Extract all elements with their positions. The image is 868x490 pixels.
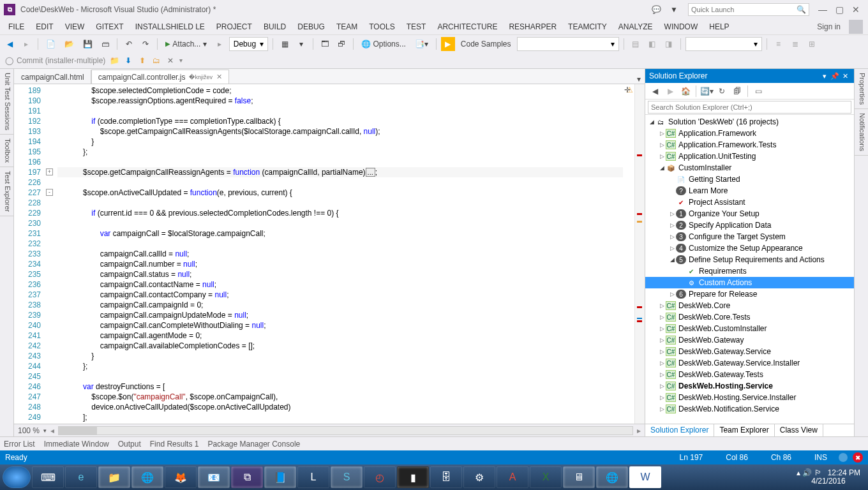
solution-search[interactable] bbox=[645, 100, 854, 115]
rail-test-explorer[interactable]: Test Explorer bbox=[0, 167, 13, 216]
tb-icon-5[interactable]: 📑▾ bbox=[412, 37, 431, 51]
arrow-down-icon[interactable]: ⬇ bbox=[123, 56, 133, 66]
menu-resharper[interactable]: RESHARPER bbox=[503, 20, 562, 33]
quick-launch-box[interactable]: 🔍 bbox=[688, 3, 809, 16]
tb-icon-10[interactable]: ≣ bbox=[788, 37, 802, 51]
close-button[interactable]: ✕ bbox=[848, 4, 864, 15]
ptab-solution[interactable]: Solution Explorer bbox=[645, 424, 714, 436]
btab-error-list[interactable]: Error List bbox=[4, 440, 35, 449]
stash-icon[interactable]: 🗂 bbox=[151, 56, 161, 66]
taskbar-firefox[interactable]: 🦊 bbox=[165, 466, 197, 488]
tree-item[interactable]: ▷C#Application.Framework.Tests bbox=[645, 139, 854, 151]
resharper-error-icon[interactable]: ✖ bbox=[853, 452, 863, 463]
tab-campaigncall-controller[interactable]: campaignCall.controller.js �književ ✕ bbox=[91, 70, 229, 84]
tb-icon-4[interactable]: 🗗 bbox=[334, 37, 348, 51]
code-editor[interactable]: 1891901911921931941951961972262272282292… bbox=[14, 84, 645, 424]
taskbar-cmd[interactable]: ▮ bbox=[397, 466, 429, 488]
menu-tools[interactable]: TOOLS bbox=[363, 20, 400, 33]
tools-icon[interactable]: ✕ bbox=[165, 56, 176, 66]
taskbar-lync[interactable]: L bbox=[297, 466, 329, 488]
solution-root[interactable]: ◢ 🗂 Solution 'DeskWeb' (16 projects) bbox=[645, 116, 854, 128]
start-orb[interactable] bbox=[3, 466, 31, 488]
menu-installshield-le[interactable]: INSTALLSHIELD LE bbox=[130, 20, 211, 33]
tab-campaigncall-html[interactable]: campaignCall.html bbox=[14, 70, 91, 84]
tb-icon-2[interactable]: ▾ bbox=[294, 37, 308, 51]
tree-item[interactable]: ⚙Custom Actions bbox=[645, 277, 854, 288]
tree-item[interactable]: ◢📦CustomInstaller bbox=[645, 162, 854, 174]
tree-item[interactable]: 📄Getting Started bbox=[645, 174, 854, 185]
tb-icon-6[interactable]: ▤ bbox=[629, 37, 643, 51]
rail-unit-test[interactable]: Unit Test Sessions bbox=[0, 69, 13, 135]
taskbar-outlook[interactable]: 📧 bbox=[198, 466, 230, 488]
taskbar-app-5[interactable]: ⚙ bbox=[463, 466, 495, 488]
tree-item[interactable]: ▷C#Application.UnitTesting bbox=[645, 151, 854, 162]
tree-item[interactable]: ✔Project Assistant bbox=[645, 197, 854, 208]
menu-debug[interactable]: DEBUG bbox=[292, 20, 331, 33]
config-dropdown[interactable]: Debug▾ bbox=[229, 37, 268, 51]
tree-item[interactable]: ◢5Define Setup Requirements and Actions bbox=[645, 254, 854, 265]
menu-architecture[interactable]: ARCHITECTURE bbox=[431, 20, 503, 33]
taskbar-app-2[interactable]: 📘 bbox=[264, 466, 296, 488]
search-icon[interactable]: 🔍 bbox=[797, 5, 806, 14]
tree-item[interactable]: ▷C#DeskWeb.Notification.Service bbox=[645, 403, 854, 415]
menu-gitext[interactable]: GITEXT bbox=[90, 20, 129, 33]
tb-icon-9[interactable]: ≡ bbox=[772, 37, 786, 51]
tree-item[interactable]: ▷C#DeskWeb.Hosting.Service bbox=[645, 380, 854, 392]
start-button[interactable]: ▶ Attach... ▾ bbox=[162, 37, 210, 51]
menu-help[interactable]: HELP bbox=[703, 20, 735, 33]
tb-icon-11[interactable]: ⊞ bbox=[805, 37, 819, 51]
taskbar-chrome-2[interactable]: 🌐 bbox=[596, 466, 628, 488]
tb-icon-1[interactable]: ▦ bbox=[278, 37, 292, 51]
tree-item[interactable]: ▷3Configure the Target System bbox=[645, 231, 854, 242]
collapse-icon[interactable]: 🗐 bbox=[730, 84, 744, 98]
tree-item[interactable]: ▷C#DeskWeb.Gateway.Service bbox=[645, 346, 854, 357]
tb-icon-7[interactable]: ◧ bbox=[645, 37, 659, 51]
feedback-icon[interactable]: 💬 bbox=[650, 3, 662, 16]
home-icon[interactable]: 🏠 bbox=[678, 84, 692, 98]
bing-icon[interactable]: ▶ bbox=[441, 37, 455, 51]
taskbar-clock[interactable]: ▴ 🔊 🏳 12:24 PM4/21/2016 bbox=[791, 469, 865, 486]
fwd-icon[interactable]: ▶ bbox=[663, 84, 677, 98]
new-project-button[interactable]: 📄 bbox=[43, 37, 59, 51]
pin-icon[interactable]: �književ bbox=[189, 74, 213, 80]
tree-item[interactable]: ✔Requirements bbox=[645, 265, 854, 277]
sync-icon[interactable]: 🔄▾ bbox=[700, 84, 714, 98]
menu-analyze[interactable]: ANALYZE bbox=[613, 20, 659, 33]
menu-teamcity[interactable]: TEAMCITY bbox=[562, 20, 613, 33]
zoom-level[interactable]: 100 % bbox=[18, 426, 40, 435]
menu-project[interactable]: PROJECT bbox=[211, 20, 258, 33]
split-icon[interactable]: ✛ bbox=[624, 85, 631, 94]
btab-find[interactable]: Find Results 1 bbox=[150, 440, 199, 449]
tree-item[interactable]: ▷C#DeskWeb.Gateway bbox=[645, 334, 854, 346]
btab-output[interactable]: Output bbox=[118, 440, 141, 449]
menu-edit[interactable]: EDIT bbox=[30, 20, 59, 33]
tree-item[interactable]: ▷C#DeskWeb.Hosting.Service.Installer bbox=[645, 392, 854, 403]
folder-icon[interactable]: 📁 bbox=[109, 56, 119, 66]
taskbar-vs[interactable]: ⧉ bbox=[231, 466, 263, 488]
nav-back-button[interactable]: ◀ bbox=[3, 37, 17, 51]
taskbar-skype[interactable]: S bbox=[331, 466, 363, 488]
h-scrollbar[interactable] bbox=[58, 426, 633, 435]
properties-icon[interactable]: ▭ bbox=[751, 84, 765, 98]
taskbar-excel[interactable]: X bbox=[530, 466, 562, 488]
tabs-overflow-icon[interactable]: ▾ bbox=[633, 75, 645, 84]
btab-immediate[interactable]: Immediate Window bbox=[44, 440, 109, 449]
tree-item[interactable]: ▷4Customize the Setup Appearance bbox=[645, 242, 854, 254]
menu-window[interactable]: WINDOW bbox=[659, 20, 704, 33]
arrow-up-icon[interactable]: ⬆ bbox=[137, 56, 147, 66]
tree-item[interactable]: ▷C#DeskWeb.Gateway.Tests bbox=[645, 369, 854, 380]
menu-team[interactable]: TEAM bbox=[331, 20, 363, 33]
stop-button[interactable]: ▸ bbox=[213, 37, 227, 51]
ptab-class[interactable]: Class View bbox=[775, 424, 823, 436]
taskbar-explorer[interactable]: 📁 bbox=[98, 466, 130, 488]
close-tab-icon[interactable]: ✕ bbox=[216, 73, 222, 81]
rail-notifications[interactable]: Notifications bbox=[855, 109, 868, 156]
btab-pmc[interactable]: Package Manager Console bbox=[207, 440, 300, 449]
maximize-button[interactable]: ▢ bbox=[831, 4, 848, 15]
open-file-button[interactable]: 📂 bbox=[61, 37, 77, 51]
panel-close-icon[interactable]: ✕ bbox=[840, 72, 850, 80]
menu-view[interactable]: VIEW bbox=[59, 20, 91, 33]
tb-icon-3[interactable]: 🗔 bbox=[318, 37, 332, 51]
back-icon[interactable]: ◀ bbox=[648, 84, 662, 98]
taskbar-chrome[interactable]: 🌐 bbox=[131, 466, 163, 488]
